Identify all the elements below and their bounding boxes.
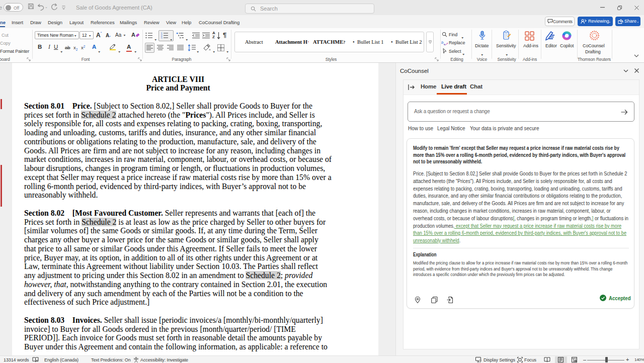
svg-text:c: c <box>444 43 445 46</box>
svg-text:3: 3 <box>161 37 163 39</box>
